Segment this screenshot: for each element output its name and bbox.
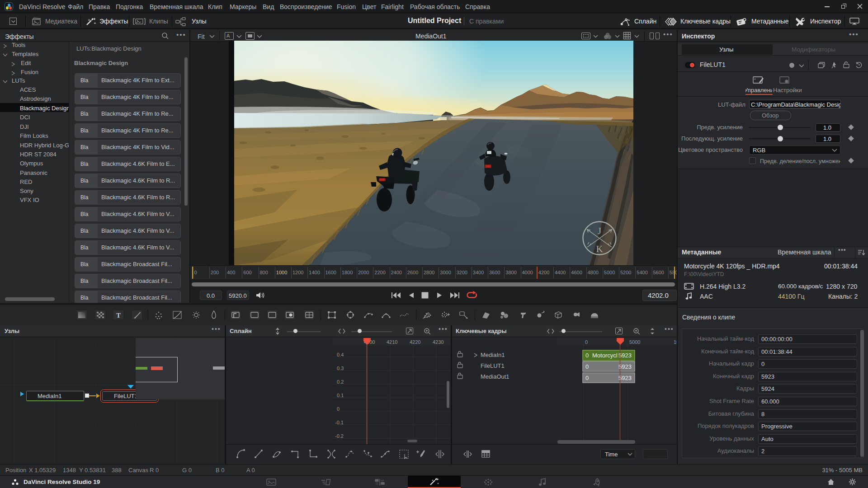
svg-text:4210: 4210 bbox=[387, 339, 397, 345]
svg-text:0: 0 bbox=[585, 375, 589, 381]
svg-text:5923: 5923 bbox=[618, 375, 632, 381]
svg-text:0: 0 bbox=[585, 363, 589, 370]
svg-text:-0.2: -0.2 bbox=[335, 433, 344, 439]
svg-text:0: 0 bbox=[585, 352, 589, 359]
svg-text:10: 10 bbox=[674, 339, 677, 345]
svg-text:0.2: 0.2 bbox=[337, 379, 344, 385]
svg-text:0.1: 0.1 bbox=[337, 393, 344, 398]
svg-text:Motorcycl: Motorcycl bbox=[592, 352, 618, 359]
svg-text:T: T bbox=[116, 312, 121, 319]
svg-text:4230: 4230 bbox=[433, 339, 443, 345]
svg-text:0: 0 bbox=[585, 339, 588, 345]
svg-text:4220: 4220 bbox=[410, 339, 420, 345]
svg-text:0.4: 0.4 bbox=[337, 352, 344, 357]
svg-text:0: 0 bbox=[337, 406, 340, 412]
svg-text:5923: 5923 bbox=[618, 363, 632, 370]
svg-text:5000: 5000 bbox=[629, 339, 640, 345]
svg-text:-0.1: -0.1 bbox=[335, 420, 344, 425]
svg-text:5923: 5923 bbox=[618, 352, 632, 359]
svg-text:J: J bbox=[598, 225, 601, 236]
svg-text:K: K bbox=[596, 244, 603, 254]
svg-text:0.3: 0.3 bbox=[337, 366, 344, 371]
